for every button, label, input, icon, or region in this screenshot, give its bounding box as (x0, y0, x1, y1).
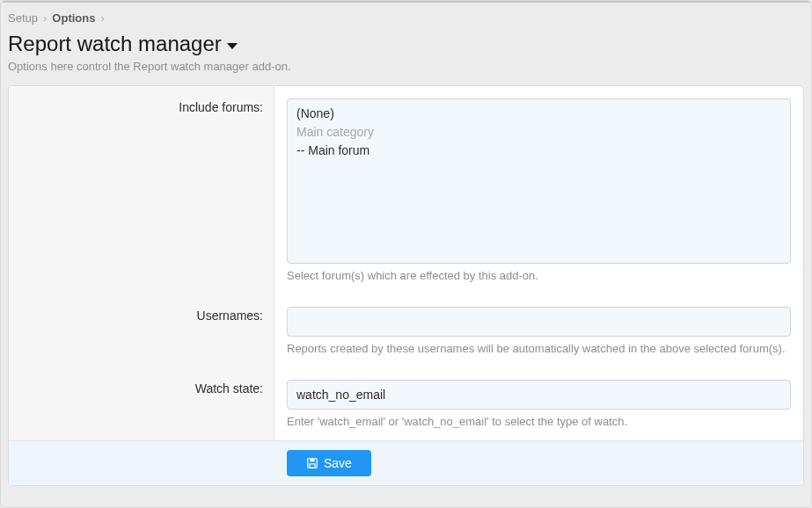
chevron-right-icon: › (100, 11, 104, 25)
usernames-label: Usernames: (9, 294, 274, 367)
include-forums-help: Select forum(s) which are effected by th… (287, 269, 791, 282)
footer-bar: Save (9, 440, 803, 485)
forum-option: Main category (288, 123, 790, 142)
forum-option[interactable]: -- Main forum (288, 142, 790, 160)
save-icon (306, 457, 318, 469)
svg-rect-1 (310, 459, 314, 462)
breadcrumb: Setup › Options › (8, 11, 804, 25)
save-button[interactable]: Save (287, 450, 371, 476)
forum-option[interactable]: (None) (288, 105, 790, 123)
chevron-right-icon: › (43, 11, 47, 25)
watch-state-label: Watch state: (9, 367, 274, 440)
caret-down-icon (227, 43, 238, 49)
save-button-label: Save (324, 456, 352, 470)
page-title: Report watch manager (8, 32, 222, 56)
breadcrumb-item-options[interactable]: Options (52, 11, 95, 25)
include-forums-listbox[interactable]: (None)Main category-- Main forum (287, 98, 791, 264)
usernames-input[interactable] (287, 307, 791, 337)
svg-rect-2 (310, 464, 315, 468)
watch-state-input[interactable] (287, 380, 791, 410)
breadcrumb-item-setup[interactable]: Setup (8, 11, 38, 25)
include-forums-label: Include forums: (9, 86, 274, 294)
page-description: Options here control the Report watch ma… (8, 60, 804, 73)
page-title-dropdown[interactable]: Report watch manager (8, 32, 804, 56)
options-panel: Include forums: (None)Main category-- Ma… (8, 85, 804, 486)
watch-state-help: Enter 'watch_email' or 'watch_no_email' … (287, 415, 791, 428)
usernames-help: Reports created by these usernames will … (287, 342, 791, 355)
